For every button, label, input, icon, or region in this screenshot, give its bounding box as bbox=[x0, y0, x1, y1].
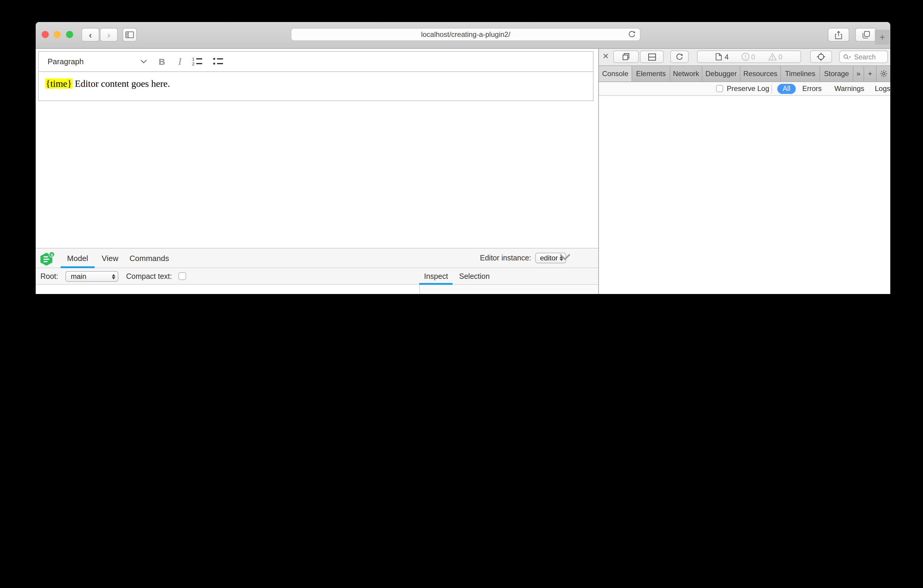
filter-errors[interactable]: Errors bbox=[802, 84, 821, 93]
tab-model[interactable]: Model bbox=[61, 248, 95, 268]
ckeditor-inspector-panel: 5 Model View Commands Editor instance: e… bbox=[36, 248, 598, 294]
ckeditor: Paragraph B I 1 2 bbox=[38, 51, 593, 101]
detach-devtools-button[interactable] bbox=[613, 51, 639, 63]
screen: ‹ › localhost/creating-a-plugin2/ bbox=[0, 0, 923, 294]
close-devtools-button[interactable]: ✕ bbox=[603, 52, 609, 61]
show-tabs-button[interactable] bbox=[855, 28, 877, 42]
reload-button[interactable] bbox=[628, 30, 636, 39]
preserve-log-label[interactable]: Preserve Log bbox=[727, 84, 769, 93]
compact-text-checkbox[interactable] bbox=[178, 272, 186, 280]
editor-text: Editor content goes here. bbox=[72, 79, 170, 89]
issues-summary-button[interactable]: 4 0 bbox=[697, 51, 801, 63]
page-content: Paragraph B I 1 2 bbox=[36, 49, 598, 294]
root-label: Root: bbox=[41, 272, 58, 281]
bullet-list-icon bbox=[213, 57, 223, 66]
ckeditor5-badge: 5 bbox=[49, 251, 55, 258]
chevrons-right-icon: » bbox=[856, 69, 860, 78]
filter-warnings[interactable]: Warnings bbox=[834, 84, 864, 93]
plus-icon: + bbox=[880, 32, 885, 43]
settings-tab-button[interactable] bbox=[877, 66, 890, 81]
model-tree[interactable]: <$root> <paragraph> [ <placeholder name=… bbox=[36, 285, 419, 294]
add-tab-button[interactable]: + bbox=[864, 66, 877, 81]
devtools-toolbar: ✕ bbox=[599, 49, 890, 66]
tabs-overview-icon bbox=[862, 31, 870, 39]
minimize-window-button[interactable] bbox=[53, 31, 60, 38]
close-window-button[interactable] bbox=[41, 31, 48, 38]
tab-timelines[interactable]: Timelines bbox=[781, 66, 820, 81]
italic-button[interactable]: I bbox=[178, 56, 181, 67]
tab-console[interactable]: Console bbox=[599, 66, 632, 81]
root-select[interactable]: main bbox=[66, 271, 118, 282]
editor-instance-label: Editor instance: bbox=[480, 254, 531, 262]
share-button[interactable] bbox=[828, 28, 849, 42]
inspector-subheader: Root: main Compact text: Inspect Selecti… bbox=[36, 268, 598, 285]
reload-page-button[interactable] bbox=[670, 51, 689, 63]
maximize-window-button[interactable] bbox=[66, 31, 73, 38]
detach-window-icon bbox=[622, 53, 630, 61]
tab-selection[interactable]: Selection bbox=[459, 268, 490, 285]
page-count: 4 bbox=[725, 53, 729, 61]
url-text: localhost/creating-a-plugin2/ bbox=[421, 30, 510, 39]
placeholder-widget[interactable]: {time} bbox=[45, 79, 72, 89]
tab-debugger[interactable]: Debugger bbox=[702, 66, 741, 81]
console-pane[interactable]: Console cleared at 4:53:46 PM Placeholde… bbox=[599, 96, 890, 294]
chevron-right-icon: › bbox=[107, 30, 110, 39]
plus-icon: + bbox=[868, 69, 872, 78]
tab-network[interactable]: Network bbox=[670, 66, 702, 81]
search-icon bbox=[843, 54, 851, 60]
document-icon bbox=[716, 53, 722, 61]
editor-toolbar: Paragraph B I 1 2 bbox=[38, 51, 593, 72]
element-picker-button[interactable] bbox=[810, 51, 832, 63]
inspector-header: 5 Model View Commands Editor instance: e… bbox=[36, 248, 598, 268]
browser-window: ‹ › localhost/creating-a-plugin2/ bbox=[36, 22, 890, 294]
tab-storage[interactable]: Storage bbox=[820, 66, 853, 81]
search-placeholder: Search bbox=[854, 53, 876, 60]
dock-bottom-button[interactable] bbox=[640, 51, 664, 63]
tab-inspect[interactable]: Inspect bbox=[424, 268, 448, 285]
chevron-down-icon[interactable] bbox=[141, 57, 146, 63]
svg-text:2: 2 bbox=[192, 62, 194, 66]
chevron-left-icon: ‹ bbox=[89, 30, 92, 39]
tree-node-root-open[interactable]: <$root> bbox=[42, 293, 72, 294]
reload-icon bbox=[676, 53, 683, 61]
tab-elements[interactable]: Elements bbox=[632, 66, 670, 81]
svg-text:1: 1 bbox=[192, 57, 194, 62]
sidebar-icon bbox=[125, 31, 134, 38]
gear-icon bbox=[879, 69, 888, 78]
bold-button[interactable]: B bbox=[158, 56, 165, 67]
numbered-list-icon: 1 2 bbox=[192, 57, 202, 66]
share-icon bbox=[835, 31, 842, 39]
ckeditor-logo-icon: 5 bbox=[41, 251, 55, 266]
collapse-inspector-button[interactable] bbox=[559, 253, 571, 260]
search-input[interactable]: Search bbox=[839, 51, 888, 63]
browser-titlebar: ‹ › localhost/creating-a-plugin2/ bbox=[36, 22, 890, 49]
new-tab-button[interactable]: + bbox=[875, 30, 890, 44]
bullet-list-button[interactable] bbox=[213, 57, 223, 66]
divider bbox=[771, 84, 772, 94]
forward-button[interactable]: › bbox=[100, 28, 118, 42]
preserve-log-checkbox[interactable] bbox=[716, 85, 723, 92]
warning-count: 0 bbox=[778, 53, 782, 61]
paragraph-style-dropdown[interactable]: Paragraph bbox=[48, 57, 84, 66]
web-inspector: ✕ bbox=[598, 49, 890, 294]
filter-all[interactable]: All bbox=[777, 84, 796, 94]
tab-resources[interactable]: Resources bbox=[741, 66, 781, 81]
more-tabs-button[interactable]: » bbox=[853, 66, 864, 81]
back-button[interactable]: ‹ bbox=[82, 28, 99, 42]
filter-logs[interactable]: Logs bbox=[875, 84, 890, 93]
inspect-pane: Select a node in the tree to inspect bbox=[419, 285, 598, 294]
console-filter-bar: Preserve Log All Errors Warnings Logs bbox=[599, 82, 890, 96]
select-arrows-icon bbox=[112, 274, 115, 279]
chevron-down-icon bbox=[559, 253, 571, 260]
crosshair-icon bbox=[816, 52, 826, 61]
error-icon bbox=[742, 53, 749, 61]
numbered-list-button[interactable]: 1 2 bbox=[192, 57, 202, 66]
sidebar-button[interactable] bbox=[123, 28, 137, 42]
address-bar[interactable]: localhost/creating-a-plugin2/ bbox=[291, 28, 641, 41]
compact-text-label: Compact text: bbox=[126, 272, 172, 281]
tab-commands[interactable]: Commands bbox=[128, 248, 171, 268]
tab-view[interactable]: View bbox=[98, 248, 122, 268]
reload-icon bbox=[628, 30, 636, 39]
editor-editable-area[interactable]: {time} Editor content goes here. bbox=[38, 72, 593, 101]
dock-bottom-icon bbox=[648, 53, 656, 60]
